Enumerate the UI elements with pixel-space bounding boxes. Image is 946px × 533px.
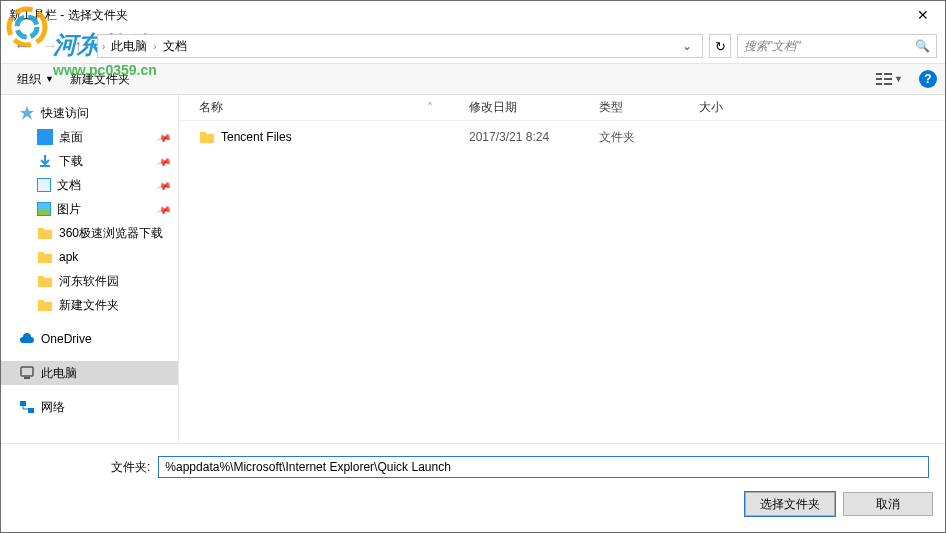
sidebar-item-label: 下载 [59,153,83,170]
cloud-icon [19,331,35,347]
sidebar-item-label: 河东软件园 [59,273,119,290]
svg-rect-2 [876,73,882,75]
pin-icon: 📌 [156,201,172,217]
sidebar-item-quick-access[interactable]: 快速访问 [1,101,178,125]
sidebar-item-folder[interactable]: 新建文件夹 [1,293,178,317]
nav-up-icon[interactable]: ↑ [65,33,91,59]
sidebar-item-downloads[interactable]: 下载📌 [1,149,178,173]
svg-rect-9 [21,367,33,376]
sidebar-item-label: OneDrive [41,332,92,346]
breadcrumb-item[interactable]: 文档 [157,38,193,55]
refresh-button[interactable]: ↻ [709,34,731,58]
column-type[interactable]: 类型 [591,99,691,116]
sidebar-item-label: apk [59,250,78,264]
sidebar-item-folder[interactable]: 河东软件园 [1,269,178,293]
pin-icon: 📌 [156,153,172,169]
download-icon [37,153,53,169]
column-size[interactable]: 大小 [691,99,771,116]
select-folder-button[interactable]: 选择文件夹 [745,492,835,516]
breadcrumb[interactable]: › 此电脑 › 文档 ⌄ [97,34,703,58]
close-button[interactable]: ✕ [900,1,945,29]
sidebar-item-label: 新建文件夹 [59,297,119,314]
network-icon [19,399,35,415]
cancel-button[interactable]: 取消 [843,492,933,516]
nav-back-icon[interactable]: ← [9,33,35,59]
sidebar-item-network[interactable]: 网络 [1,395,178,419]
new-folder-button[interactable]: 新建文件夹 [62,67,138,92]
chevron-down-icon: ▼ [45,74,54,84]
sidebar-item-label: 网络 [41,399,65,416]
pictures-icon [37,202,51,216]
search-input[interactable]: 搜索"文档" 🔍 [737,34,937,58]
folder-icon [37,273,53,289]
folder-label: 文件夹: [13,459,150,476]
svg-marker-8 [20,106,34,120]
sidebar-item-label: 此电脑 [41,365,77,382]
column-date[interactable]: 修改日期 [461,99,591,116]
column-headers[interactable]: 名称˄ 修改日期 类型 大小 [179,95,945,121]
sidebar-item-label: 图片 [57,201,81,218]
breadcrumb-item[interactable]: 此电脑 [105,38,153,55]
sidebar-item-label: 360极速浏览器下载 [59,225,163,242]
sidebar-item-label: 桌面 [59,129,83,146]
folder-icon [37,225,53,241]
breadcrumb-dropdown[interactable]: ⌄ [676,39,698,53]
document-icon [37,178,51,192]
svg-rect-4 [876,78,882,80]
window-title: 新工具栏 - 选择文件夹 [9,7,900,24]
sidebar-item-label: 文档 [57,177,81,194]
help-button[interactable]: ? [919,70,937,88]
view-options-button[interactable]: ▼ [870,70,909,88]
star-icon [19,105,35,121]
file-date: 2017/3/21 8:24 [461,130,591,144]
file-name: Tencent Files [221,130,292,144]
sidebar-item-onedrive[interactable]: OneDrive [1,327,178,351]
folder-path-input[interactable] [158,456,929,478]
folder-icon [37,297,53,313]
organize-menu[interactable]: 组织 ▼ [9,67,62,92]
computer-icon [19,365,35,381]
file-row[interactable]: Tencent Files 2017/3/21 8:24 文件夹 [191,125,945,149]
svg-rect-6 [876,83,882,85]
desktop-icon [37,129,53,145]
sidebar-item-folder[interactable]: 360极速浏览器下载 [1,221,178,245]
sort-indicator-icon: ˄ [427,101,453,115]
file-type: 文件夹 [591,129,691,146]
folder-icon [37,249,53,265]
sidebar-item-pictures[interactable]: 图片📌 [1,197,178,221]
sidebar-item-desktop[interactable]: 桌面📌 [1,125,178,149]
sidebar-item-folder[interactable]: apk [1,245,178,269]
search-icon[interactable]: 🔍 [915,39,930,53]
svg-rect-7 [884,83,892,85]
column-name[interactable]: 名称˄ [191,99,461,116]
svg-rect-10 [24,377,30,379]
pin-icon: 📌 [156,129,172,145]
nav-forward-icon: → [37,33,63,59]
sidebar-item-this-pc[interactable]: 此电脑 [1,361,178,385]
svg-rect-11 [20,401,26,406]
svg-rect-5 [884,78,892,80]
chevron-down-icon: ▼ [894,74,903,84]
sidebar-item-label: 快速访问 [41,105,89,122]
pin-icon: 📌 [156,177,172,193]
folder-icon [199,130,215,144]
svg-rect-3 [884,73,892,75]
sidebar-item-documents[interactable]: 文档📌 [1,173,178,197]
view-icon [876,72,892,86]
